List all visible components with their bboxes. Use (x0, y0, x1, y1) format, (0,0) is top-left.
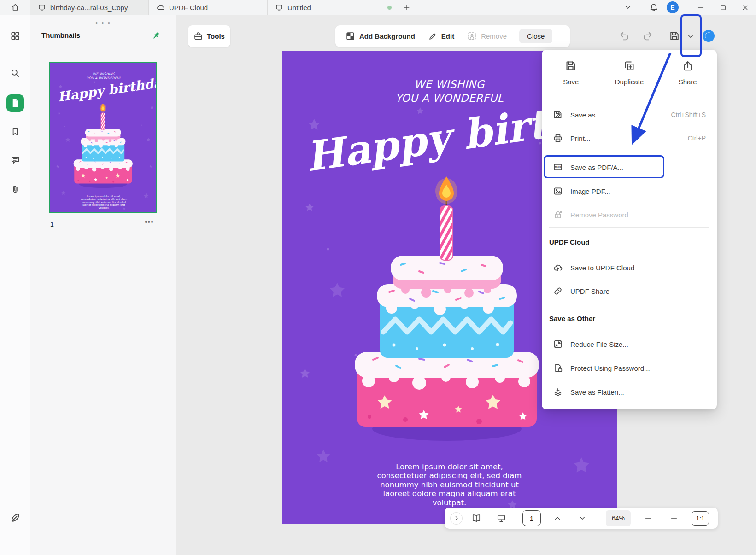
paperclip-icon (10, 184, 20, 194)
updf-app-window: birthday-ca...ral-03_Copy UPDF Cloud Unt… (0, 0, 756, 555)
menu-action-save[interactable]: Save (547, 60, 595, 86)
titlebar: birthday-ca...ral-03_Copy UPDF Cloud Unt… (0, 0, 756, 15)
panel-drag-handle[interactable]: • • • (30, 19, 176, 27)
menu-item-save-to-updf-cloud[interactable]: Save to UPDF Cloud (547, 257, 711, 278)
flatten-icon (553, 387, 563, 397)
save-dropdown-button[interactable] (686, 32, 695, 41)
menu-item-save-as[interactable]: Save as... Ctrl+Shift+S (547, 105, 711, 125)
menu-item-reduce-file-size[interactable]: Reduce File Size... (547, 334, 711, 354)
menu-item-save-as-flatten[interactable]: Save as Flatten... (547, 382, 711, 402)
sidebar-item-thumbnails[interactable] (6, 94, 24, 112)
save-button[interactable] (669, 30, 680, 41)
sidebar-item-apps[interactable] (8, 29, 23, 43)
menu-action-share[interactable]: Share (664, 60, 712, 86)
previous-page-button[interactable] (552, 513, 563, 524)
maximize-icon (719, 4, 727, 12)
menu-item-print[interactable]: Print... Ctrl+P (547, 128, 711, 148)
menu-section-save-as-other: Save as Other (549, 315, 595, 322)
sidebar-item-comments[interactable] (8, 152, 23, 167)
sidebar-item-bookmarks[interactable] (8, 124, 23, 139)
share-icon (682, 60, 694, 72)
chevron-right-icon (453, 515, 460, 521)
save-dropdown-menu: Save Duplicate Share Save as... Ctrl+Shi… (542, 50, 717, 409)
page-thumbnail[interactable]: WE WISHING YOU A WONDERFUL Happy birthda… (49, 62, 157, 213)
reduce-size-icon (553, 339, 563, 349)
unsaved-dot (387, 6, 392, 10)
updf-ai-button[interactable] (702, 29, 715, 42)
chevron-down-icon (578, 514, 586, 522)
zoom-out-button[interactable] (643, 513, 654, 524)
minimize-icon (697, 3, 705, 12)
protect-password-icon (553, 363, 563, 373)
sidebar-item-search[interactable] (8, 66, 23, 81)
cloud-upload-icon (553, 263, 563, 273)
redo-button[interactable] (643, 30, 654, 41)
tab-document[interactable]: birthday-ca...ral-03_Copy (30, 0, 149, 15)
menu-item-remove-password[interactable]: Remove Password (547, 204, 711, 225)
chevron-down-icon (624, 3, 632, 12)
zoom-level-button[interactable]: 64% (606, 510, 631, 526)
next-page-button[interactable] (577, 513, 588, 524)
cloud-icon (156, 3, 165, 12)
thumbnails-panel-title: Thumbnails (41, 31, 80, 39)
sidebar-item-attachments[interactable] (8, 182, 23, 197)
remove-background-icon (467, 31, 477, 41)
chevron-up-icon (553, 514, 562, 522)
close-label: Close (527, 32, 545, 40)
add-background-label: Add Background (359, 32, 415, 40)
maximize-button[interactable] (712, 0, 734, 15)
menu-item-updf-share[interactable]: UPDF Share (547, 281, 711, 301)
checkerboard-icon (346, 31, 355, 41)
document-tab-icon (38, 3, 46, 12)
book-icon (471, 513, 481, 523)
menu-item-protect-using-password[interactable]: Protect Using Password... (547, 358, 711, 378)
remove-label: Remove (481, 32, 507, 40)
pin-panel-button[interactable] (150, 29, 162, 41)
close-icon (741, 4, 749, 12)
avatar-initial: E (670, 4, 674, 11)
menu-item-save-as-pdfa[interactable]: PDF/A Save as PDF/A... (547, 157, 711, 177)
menu-item-image-pdf[interactable]: Image PDF... (547, 181, 711, 201)
tab-updf-cloud[interactable]: UPDF Cloud (149, 0, 268, 15)
shortcut-save-as: Ctrl+Shift+S (671, 111, 706, 118)
pen-nib-icon (10, 512, 21, 523)
expand-statusbar-button[interactable] (450, 512, 463, 525)
reading-mode-button[interactable] (471, 513, 482, 524)
undo-button[interactable] (618, 30, 629, 41)
edit-label: Edit (441, 32, 454, 40)
card-body-text: Lorem ipsum dolor sit amet, consectetuer… (80, 195, 129, 209)
tab-untitled[interactable]: Untitled (268, 0, 399, 15)
tools-label: Tools (207, 32, 225, 40)
card-body-text: Lorem ipsum dolor sit amet, consectetuer… (374, 462, 526, 507)
page-number-input[interactable]: 1 (522, 510, 541, 526)
edit-toolbar-group: Add Background Edit Remove Close (335, 25, 570, 47)
notifications-button[interactable] (645, 0, 662, 15)
home-button[interactable] (0, 0, 30, 15)
menu-divider (549, 304, 709, 304)
redo-icon (643, 30, 654, 41)
tab-document-label: birthday-ca...ral-03_Copy (50, 4, 128, 12)
grid-icon (10, 31, 20, 41)
save-icon (669, 30, 680, 41)
thumbnail-card: WE WISHING YOU A WONDERFUL Happy birthda… (50, 63, 157, 213)
menu-action-duplicate[interactable]: Duplicate (605, 60, 653, 86)
search-icon (10, 68, 20, 78)
add-background-button[interactable]: Add Background (339, 25, 422, 47)
actual-size-button[interactable]: 1:1 (692, 511, 709, 526)
zoom-in-button[interactable] (668, 513, 680, 524)
remove-password-icon (553, 210, 563, 220)
minimize-button[interactable] (690, 0, 712, 15)
close-window-button[interactable] (734, 0, 756, 15)
user-avatar[interactable]: E (667, 1, 679, 13)
presentation-mode-button[interactable] (496, 513, 507, 524)
birthday-cake-illustration (69, 98, 137, 190)
tools-button[interactable]: Tools (188, 25, 230, 47)
edit-button[interactable]: Edit (422, 25, 461, 47)
close-edit-button[interactable]: Close (519, 29, 552, 43)
sidebar-item-signature[interactable] (8, 510, 23, 525)
titlebar-chevron-button[interactable] (620, 0, 636, 15)
new-tab-button[interactable] (399, 0, 415, 15)
thumbnail-options-icon[interactable]: ••• (145, 218, 154, 226)
updf-logo-icon (702, 29, 715, 42)
remove-button[interactable]: Remove (461, 25, 513, 47)
